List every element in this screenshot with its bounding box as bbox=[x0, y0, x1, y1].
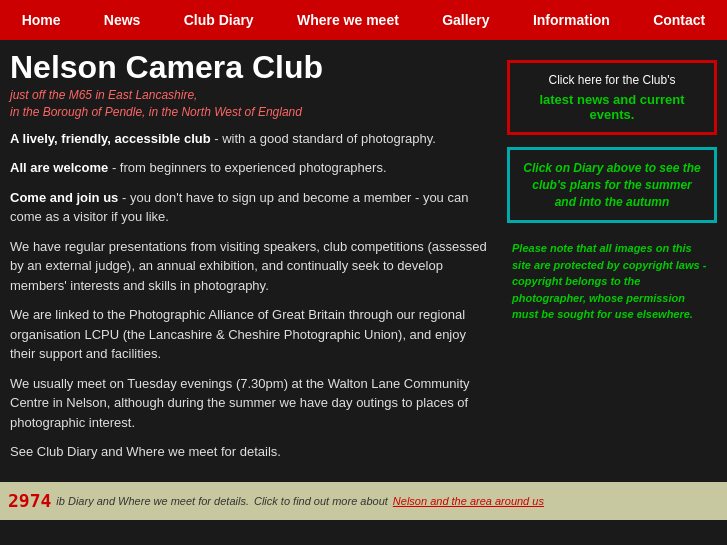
intro-para: A lively, friendly, accessible club - wi… bbox=[10, 129, 492, 149]
nav-news[interactable]: News bbox=[92, 4, 153, 36]
footer-bar: 2974 ib Diary and Where we meet for deta… bbox=[0, 482, 727, 520]
footer-nelson-link[interactable]: Nelson and the area around us bbox=[393, 495, 544, 507]
diary-box[interactable]: Click on Diary above to see the club's p… bbox=[507, 147, 717, 223]
footer-click-text: Click to find out more about bbox=[254, 495, 388, 507]
news-click-text: Click here for the Club's bbox=[520, 73, 704, 87]
copyright-box: Please note that all images on this site… bbox=[507, 235, 717, 328]
alliance-para: We are linked to the Photographic Allian… bbox=[10, 305, 492, 364]
nav-where-we-meet[interactable]: Where we meet bbox=[285, 4, 411, 36]
copyright-text: Please note that all images on this site… bbox=[512, 240, 712, 323]
meetings-para: We usually meet on Tuesday evenings (7.3… bbox=[10, 374, 492, 433]
activities-para: We have regular presentations from visit… bbox=[10, 237, 492, 296]
nav-gallery[interactable]: Gallery bbox=[430, 4, 501, 36]
nav-home[interactable]: Home bbox=[10, 4, 73, 36]
main-nav: Home News Club Diary Where we meet Galle… bbox=[0, 0, 727, 40]
nav-contact[interactable]: Contact bbox=[641, 4, 717, 36]
nav-club-diary[interactable]: Club Diary bbox=[172, 4, 266, 36]
details-para: See Club Diary and Where we meet for det… bbox=[10, 442, 492, 462]
site-title: Nelson Camera Club bbox=[10, 50, 492, 85]
main-container: Nelson Camera Club just off the M65 in E… bbox=[0, 40, 727, 482]
join-para: Come and join us - you don't have to sig… bbox=[10, 188, 492, 227]
left-column: Nelson Camera Club just off the M65 in E… bbox=[10, 50, 507, 472]
news-box[interactable]: Click here for the Club's latest news an… bbox=[507, 60, 717, 135]
diary-text: Click on Diary above to see the club's p… bbox=[520, 160, 704, 210]
site-subtitle: just off the M65 in East Lancashire, in … bbox=[10, 87, 492, 121]
right-column: Click here for the Club's latest news an… bbox=[507, 50, 717, 472]
news-highlight-text: latest news and current events. bbox=[520, 92, 704, 122]
nav-information[interactable]: Information bbox=[521, 4, 622, 36]
welcome-para: All are welcome - from beginners to expe… bbox=[10, 158, 492, 178]
footer-text1: ib Diary and Where we meet for details. bbox=[56, 495, 249, 507]
visit-counter: 2974 bbox=[8, 490, 51, 511]
